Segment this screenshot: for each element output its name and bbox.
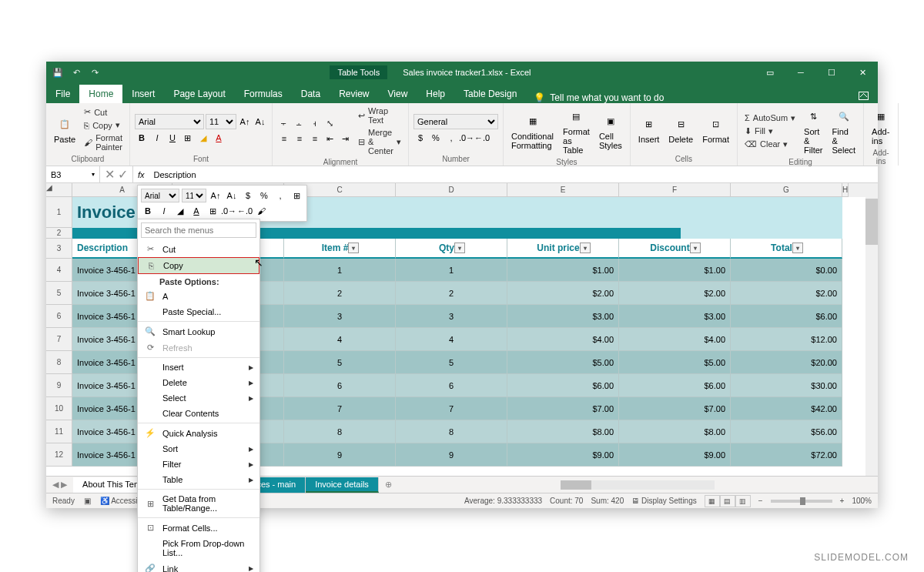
- cell[interactable]: 3: [396, 305, 507, 328]
- tab-insert[interactable]: Insert: [122, 85, 164, 103]
- horizontal-scrollbar[interactable]: [398, 480, 878, 490]
- close-button[interactable]: ✕: [847, 62, 878, 83]
- cell[interactable]: $4.00: [507, 328, 619, 351]
- sort-filter-button[interactable]: ⇅Sort & Filter: [801, 105, 825, 156]
- cell[interactable]: 1: [284, 259, 396, 282]
- ctx-insert[interactable]: Insert▶: [138, 360, 259, 375]
- table-header[interactable]: Unit price▾: [507, 239, 619, 259]
- ctx-copy[interactable]: ⎘Copy: [138, 257, 259, 274]
- find-select-button[interactable]: 🔍Find & Select: [829, 105, 859, 156]
- cell[interactable]: 1: [396, 259, 507, 282]
- font-name-select[interactable]: Arial: [135, 114, 204, 129]
- ctx-getdata[interactable]: ⊞Get Data from Table/Range...: [138, 491, 259, 516]
- orientation-icon[interactable]: ⤡: [323, 116, 337, 130]
- ctx-select[interactable]: Select▶: [138, 390, 259, 406]
- row-header[interactable]: 2: [46, 228, 72, 239]
- cell[interactable]: $7.00: [619, 397, 731, 420]
- cell[interactable]: $6.00: [731, 305, 842, 328]
- cell[interactable]: 4: [396, 328, 507, 351]
- name-box[interactable]: B3▾: [46, 166, 100, 182]
- col-header-F[interactable]: F: [619, 183, 731, 197]
- currency-icon[interactable]: $: [413, 131, 427, 145]
- page-layout-view-button[interactable]: ▤: [720, 495, 735, 507]
- mini-currency-icon[interactable]: $: [241, 189, 255, 202]
- tab-file[interactable]: File: [46, 85, 79, 103]
- tab-review[interactable]: Review: [330, 85, 378, 103]
- align-left-icon[interactable]: ≡: [277, 132, 291, 146]
- format-as-table-button[interactable]: ▤Format as Table: [560, 105, 593, 156]
- tab-home[interactable]: Home: [79, 85, 122, 103]
- mini-fill-button[interactable]: ◢: [173, 204, 187, 218]
- insert-cells-button[interactable]: ⊞Insert: [635, 105, 663, 153]
- page-break-view-button[interactable]: ▥: [735, 495, 751, 507]
- row-header[interactable]: 8: [46, 351, 72, 374]
- table-header[interactable]: Discount▾: [619, 239, 731, 259]
- copy-button[interactable]: ⎘ Copy ▾: [82, 119, 125, 131]
- cell[interactable]: $56.00: [731, 420, 842, 443]
- paste-button[interactable]: 📋 Paste: [51, 105, 79, 153]
- italic-button[interactable]: I: [150, 131, 164, 145]
- mini-grow-font-icon[interactable]: A↑: [209, 189, 223, 202]
- mini-italic-button[interactable]: I: [157, 204, 171, 218]
- zoom-slider[interactable]: [771, 500, 832, 503]
- tab-formulas[interactable]: Formulas: [235, 85, 292, 103]
- inc-decimal-icon[interactable]: .0→: [460, 131, 474, 145]
- cell[interactable]: 2: [284, 282, 396, 305]
- col-header-H[interactable]: H: [842, 183, 849, 197]
- tab-view[interactable]: View: [379, 85, 417, 103]
- row-header[interactable]: 10: [46, 397, 72, 420]
- sheet-tab[interactable]: Invoice details: [306, 477, 379, 493]
- cell[interactable]: 9: [284, 443, 396, 467]
- cancel-icon[interactable]: ✕: [105, 167, 115, 182]
- row-header[interactable]: 9: [46, 374, 72, 397]
- table-header[interactable]: Item #▾: [284, 239, 396, 259]
- tab-page-layout[interactable]: Page Layout: [164, 85, 234, 103]
- filter-button[interactable]: ▾: [580, 243, 591, 253]
- bold-button[interactable]: B: [135, 131, 149, 145]
- cell[interactable]: $0.00: [731, 259, 842, 282]
- ctx-delete[interactable]: Delete▶: [138, 375, 259, 390]
- row-header[interactable]: 1: [46, 197, 72, 228]
- row-header[interactable]: 5: [46, 282, 72, 305]
- mini-percent-icon[interactable]: %: [257, 189, 271, 202]
- autosum-button[interactable]: Σ AutoSum ▾: [742, 112, 798, 124]
- mini-border2-icon[interactable]: ⊞: [206, 204, 219, 218]
- enter-icon[interactable]: ✓: [118, 167, 128, 182]
- filter-button[interactable]: ▾: [348, 243, 359, 253]
- cell[interactable]: $8.00: [619, 420, 731, 443]
- merge-center-button[interactable]: ⊟ Merge & Center ▾: [356, 127, 403, 156]
- cell-styles-button[interactable]: ▣Cell Styles: [596, 105, 625, 156]
- mini-border-icon[interactable]: ⊞: [290, 189, 303, 202]
- align-middle-icon[interactable]: ⫠: [293, 116, 306, 130]
- fill-button[interactable]: ⬇ Fill ▾: [742, 125, 798, 137]
- col-header-E[interactable]: E: [507, 183, 619, 197]
- zoom-level[interactable]: 100%: [852, 497, 872, 505]
- ctx-quick[interactable]: ⚡Quick Analysis: [138, 425, 259, 441]
- ctx-formatcells[interactable]: ⊡Format Cells...: [138, 520, 259, 536]
- cell[interactable]: $4.00: [619, 328, 731, 351]
- cell[interactable]: 7: [284, 397, 396, 420]
- tell-me-search[interactable]: 💡 Tell me what you want to do: [534, 92, 664, 103]
- number-format-select[interactable]: General: [413, 114, 498, 129]
- wrap-text-button[interactable]: ↩ Wrap Text: [356, 105, 403, 125]
- vertical-scrollbar[interactable]: [865, 183, 878, 476]
- cell[interactable]: 9: [396, 443, 507, 467]
- fill-color-button[interactable]: ◢: [196, 131, 210, 145]
- cell[interactable]: $5.00: [507, 351, 619, 374]
- cell[interactable]: 8: [284, 420, 396, 443]
- maximize-button[interactable]: ☐: [816, 62, 847, 83]
- tab-data[interactable]: Data: [292, 85, 330, 103]
- mini-shrink-font-icon[interactable]: A↓: [225, 189, 239, 202]
- cell[interactable]: 7: [396, 397, 507, 420]
- border-button[interactable]: ⊞: [181, 131, 195, 145]
- cell[interactable]: 8: [396, 420, 507, 443]
- cell[interactable]: $1.00: [507, 259, 619, 282]
- cell[interactable]: $2.00: [619, 282, 731, 305]
- cell[interactable]: $2.00: [507, 282, 619, 305]
- filter-button[interactable]: ▾: [454, 243, 465, 253]
- row-header[interactable]: 12: [46, 443, 72, 467]
- format-painter-button[interactable]: 🖌 Format Painter: [82, 132, 125, 152]
- mini-dec-dec-icon[interactable]: ←.0: [238, 204, 252, 218]
- ctx-paste-opt[interactable]: 📋A: [138, 288, 259, 304]
- dec-decimal-icon[interactable]: ←.0: [475, 131, 489, 145]
